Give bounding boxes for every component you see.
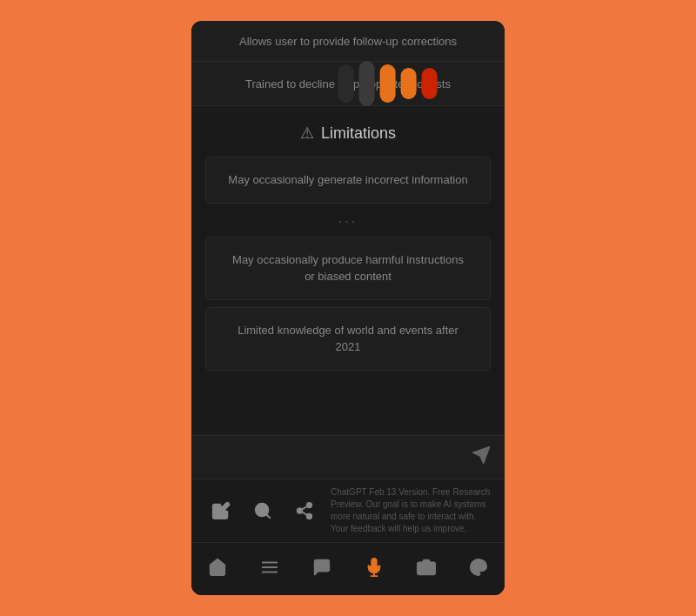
follow-up-text: Allows user to provide follow-up correct… <box>239 35 457 48</box>
svg-line-7 <box>302 512 307 515</box>
pencil-icon[interactable] <box>205 495 237 526</box>
limitations-title: Limitations <box>321 124 396 143</box>
limitations-header: ⚠ Limitations <box>191 106 505 157</box>
limitation-text-incorrect-info: May occasionally generate incorrect info… <box>227 171 469 189</box>
limitation-item-harmful: May occasionally produce harmful instruc… <box>205 237 491 300</box>
send-icon[interactable] <box>472 445 491 469</box>
svg-point-14 <box>423 565 429 571</box>
nav-camera[interactable] <box>407 552 445 583</box>
phone-container: Allows user to provide follow-up correct… <box>191 21 505 595</box>
limitation-text-knowledge: Limited knowledge of world and events af… <box>227 322 469 356</box>
nav-chat[interactable] <box>303 552 341 583</box>
svg-marker-1 <box>473 447 489 463</box>
warning-icon: ⚠ <box>300 124 314 143</box>
trained-decline-section: Trained to decline inappropriate request… <box>191 62 505 106</box>
bar-2 <box>359 61 375 106</box>
nav-menu[interactable] <box>251 552 289 583</box>
nav-palette[interactable] <box>459 552 498 583</box>
bar-4 <box>401 68 417 99</box>
nav-mic[interactable] <box>355 552 393 583</box>
bar-3 <box>380 64 396 103</box>
svg-line-8 <box>302 506 307 510</box>
scroll-content: Allows user to provide follow-up correct… <box>191 21 505 435</box>
input-area <box>191 435 505 479</box>
limitations-section: ⚠ Limitations May occasionally generate … <box>191 106 505 435</box>
bottom-nav <box>191 542 505 595</box>
share-icon[interactable] <box>289 495 320 526</box>
bar-5 <box>422 68 438 99</box>
dots-separator: ··· <box>191 211 505 237</box>
bar-1 <box>338 64 354 103</box>
chat-input[interactable] <box>205 451 472 464</box>
follow-up-section: Allows user to provide follow-up correct… <box>191 21 505 62</box>
animated-bars <box>338 61 438 106</box>
limitation-item-incorrect-info: May occasionally generate incorrect info… <box>205 157 491 204</box>
chatgpt-notice: ChatGPT Feb 13 Version. Free Research Pr… <box>331 486 491 535</box>
limitation-item-knowledge: Limited knowledge of world and events af… <box>205 307 491 371</box>
limitation-text-harmful: May occasionally produce harmful instruc… <box>227 251 469 285</box>
svg-line-3 <box>266 514 270 518</box>
search-icon[interactable] <box>247 495 278 526</box>
nav-home[interactable] <box>198 552 237 583</box>
action-bar: ChatGPT Feb 13 Version. Free Research Pr… <box>191 479 505 542</box>
